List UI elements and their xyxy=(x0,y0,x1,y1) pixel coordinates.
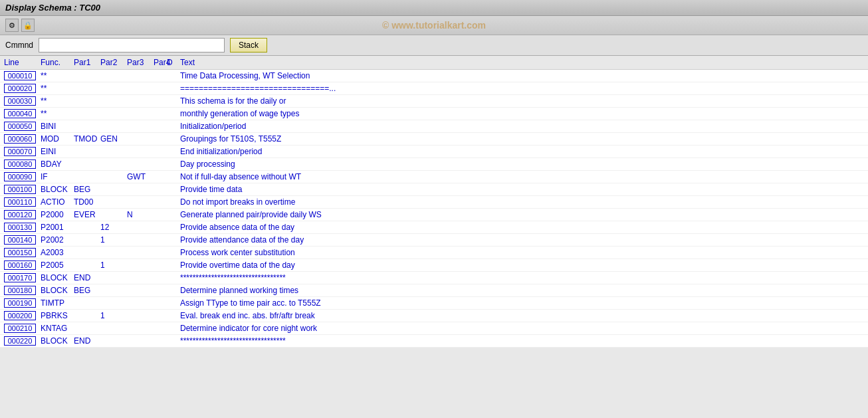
cell-par1 xyxy=(72,121,99,132)
cell-d xyxy=(165,298,179,308)
cell-text: End initialization/period xyxy=(179,146,865,157)
cell-func: BLOCK xyxy=(39,336,72,346)
table-row[interactable]: 000220BLOCKEND**************************… xyxy=(0,335,868,348)
cell-par2 xyxy=(99,285,126,296)
col-header-line: Line xyxy=(3,57,39,68)
col-header-text: Text xyxy=(179,57,865,68)
cell-text: ================================... xyxy=(179,83,865,94)
cell-par3 xyxy=(126,235,152,245)
cell-text: Eval. break end inc. abs. bfr/aftr break xyxy=(179,310,865,321)
table-row[interactable]: 000210KNTAGDetermine indicator for core … xyxy=(0,322,868,335)
cell-par4 xyxy=(152,285,165,296)
table-row[interactable]: 000030**This schema is for the daily or xyxy=(0,95,868,108)
cell-func: BDAY xyxy=(39,159,72,169)
table-row[interactable]: 000200PBRKS1Eval. break end inc. abs. bf… xyxy=(0,310,868,322)
cell-d xyxy=(165,310,179,321)
cell-par2 xyxy=(99,272,126,283)
cell-text: Time Data Processing, WT Selection xyxy=(179,70,865,81)
cell-par2 xyxy=(99,197,126,207)
table-row[interactable]: 000140P20021Provide attendance data of t… xyxy=(0,234,868,247)
cell-par1 xyxy=(72,83,99,94)
table-row[interactable]: 000090IFGWTNot if full-day absence witho… xyxy=(0,171,868,183)
cell-d xyxy=(165,96,179,106)
cell-d xyxy=(165,83,179,94)
cell-line: 000050 xyxy=(3,121,39,132)
table-row[interactable]: 000120P2000EVERNGenerate planned pair/pr… xyxy=(0,209,868,221)
stack-button[interactable]: Stack xyxy=(230,38,267,52)
table-row[interactable]: 000080BDAYDay processing xyxy=(0,158,868,171)
cell-text: Provide absence data of the day xyxy=(179,222,865,233)
cell-text: This schema is for the daily or xyxy=(179,96,865,106)
cell-par1 xyxy=(72,235,99,245)
cell-par3 xyxy=(126,134,152,144)
cell-par3 xyxy=(126,184,152,195)
cell-par1 xyxy=(72,146,99,157)
cell-par2 xyxy=(99,108,126,119)
table-row[interactable]: 000160P20051Provide overtime data of the… xyxy=(0,259,868,272)
cell-par3 xyxy=(126,298,152,308)
cell-par4 xyxy=(152,83,165,94)
cell-par4 xyxy=(152,298,165,308)
title-bar: Display Schema : TC00 xyxy=(0,0,868,16)
cell-par1 xyxy=(72,70,99,81)
cell-par1 xyxy=(72,96,99,106)
table-row[interactable]: 000190TIMTPAssign TType to time pair acc… xyxy=(0,297,868,310)
table-row[interactable]: 000100BLOCKBEGProvide time data xyxy=(0,183,868,196)
col-header-d: D xyxy=(165,57,179,68)
cell-d xyxy=(165,171,179,182)
command-input[interactable] xyxy=(39,38,225,52)
table-row[interactable]: 000150A2003Process work center substitut… xyxy=(0,247,868,259)
cell-text: Determine planned working times xyxy=(179,285,865,296)
table-row[interactable]: 000060MODTMODGENGroupings for T510S, T55… xyxy=(0,133,868,146)
table-row[interactable]: 000170BLOCKEND**************************… xyxy=(0,272,868,284)
cell-d xyxy=(165,70,179,81)
cell-par2 xyxy=(99,184,126,195)
cell-line: 000180 xyxy=(3,285,39,296)
cell-par2: 1 xyxy=(99,310,126,321)
cell-text: Day processing xyxy=(179,159,865,169)
cell-d xyxy=(165,285,179,296)
cell-par1 xyxy=(72,260,99,270)
cell-text: Provide overtime data of the day xyxy=(179,260,865,270)
cell-par2: 1 xyxy=(99,235,126,245)
cell-par4 xyxy=(152,272,165,283)
table-row[interactable]: 000020**================================… xyxy=(0,82,868,95)
table-row[interactable]: 000050BINIInitialization/period xyxy=(0,120,868,133)
cell-text: ********************************** xyxy=(179,272,865,283)
cell-par3 xyxy=(126,285,152,296)
cell-line: 000150 xyxy=(3,247,39,258)
cell-d xyxy=(165,323,179,334)
table-row[interactable]: 000130P200112Provide absence data of the… xyxy=(0,221,868,234)
cell-par3 xyxy=(126,96,152,106)
table-row[interactable]: 000010**Time Data Processing, WT Selecti… xyxy=(0,70,868,82)
col-header-par3: Par3 xyxy=(126,57,152,68)
cell-par3 xyxy=(126,146,152,157)
cell-par2 xyxy=(99,146,126,157)
table-row[interactable]: 000040**monthly generation of wage types xyxy=(0,108,868,120)
cell-par3 xyxy=(126,310,152,321)
cell-par2: 1 xyxy=(99,260,126,270)
cell-func: BLOCK xyxy=(39,272,72,283)
cell-text: Determine indicator for core night work xyxy=(179,323,865,334)
cell-func: ** xyxy=(39,70,72,81)
cell-par4 xyxy=(152,323,165,334)
cell-par4 xyxy=(152,209,165,220)
table-row[interactable]: 000070EINIEnd initialization/period xyxy=(0,146,868,158)
table-row[interactable]: 000180BLOCKBEGDetermine planned working … xyxy=(0,284,868,297)
cell-d xyxy=(165,184,179,195)
settings-icon[interactable]: ⚙ xyxy=(5,19,19,32)
cell-par2 xyxy=(99,159,126,169)
table-row[interactable]: 000110ACTIOTD00Do not import breaks in o… xyxy=(0,196,868,209)
cell-text: Groupings for T510S, T555Z xyxy=(179,134,865,144)
cell-func: ** xyxy=(39,83,72,94)
cell-text: monthly generation of wage types xyxy=(179,108,865,119)
cell-text: Process work center substitution xyxy=(179,247,865,258)
cell-par2 xyxy=(99,298,126,308)
cell-func: ** xyxy=(39,108,72,119)
cell-par2 xyxy=(99,70,126,81)
cell-text: Do not import breaks in overtime xyxy=(179,197,865,207)
cell-func: MOD xyxy=(39,134,72,144)
command-bar: Cmmnd Stack xyxy=(0,35,868,56)
cell-line: 000190 xyxy=(3,298,39,308)
lock-icon[interactable]: 🔒 xyxy=(21,19,35,32)
